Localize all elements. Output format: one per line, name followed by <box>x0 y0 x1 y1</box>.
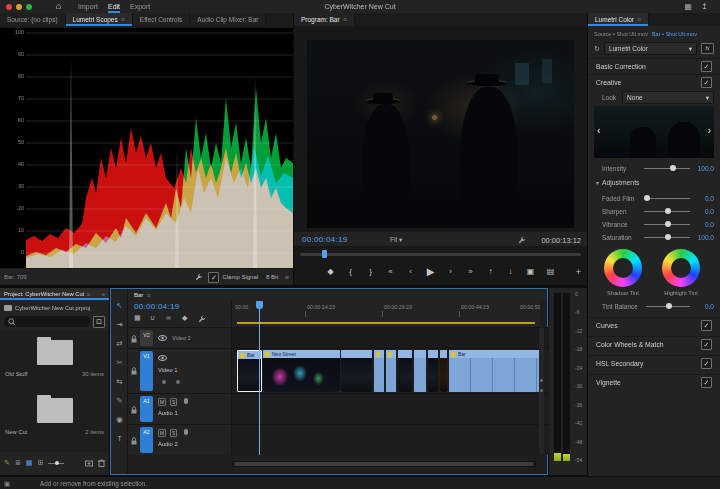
previous-look-arrow-icon[interactable]: ‹ <box>597 125 600 136</box>
timeline-vertical-scrollbar[interactable] <box>539 327 544 455</box>
button-editor-icon[interactable]: + <box>576 267 581 277</box>
sharpen-slider[interactable] <box>644 211 690 212</box>
add-marker-icon[interactable]: ◆ <box>323 268 339 276</box>
effect-selector-dropdown[interactable]: Lumetri Color▾ <box>604 42 697 55</box>
mark-in-icon[interactable]: { <box>343 268 359 276</box>
export-frame-icon[interactable]: ▣ <box>523 268 539 276</box>
audio-meters-panel[interactable]: 0 -6 -12 -18 -24 -30 -36 -42 -48 -54 <box>549 288 587 475</box>
voiceover-record-mic-icon[interactable] <box>184 398 188 404</box>
lock-icon[interactable] <box>131 335 137 343</box>
highlight-tint-wheel[interactable] <box>662 249 700 287</box>
solo-button[interactable]: S <box>170 398 177 406</box>
list-view-icon[interactable]: ≣ <box>15 459 21 467</box>
section-curves[interactable]: Curves✓ <box>588 317 720 332</box>
section-hsl-secondary[interactable]: HSL Secondary✓ <box>588 355 720 370</box>
program-video-frame[interactable] <box>307 40 574 228</box>
creative-checkbox[interactable]: ✓ <box>701 77 712 88</box>
tab-effect-controls[interactable]: Effect Controls <box>133 13 191 26</box>
track-lane-v1[interactable]: Bar Neo Street <box>232 349 549 393</box>
scope-settings-wrench-icon[interactable] <box>195 273 203 281</box>
tab-source[interactable]: Source: (no clips) <box>0 13 66 26</box>
basic-correction-checkbox[interactable]: ✓ <box>701 61 712 72</box>
keyframe-toggle-icon[interactable] <box>162 380 166 384</box>
workspaces-icon[interactable]: ▦ <box>684 2 692 11</box>
track-target-a2[interactable]: A2 <box>140 427 153 453</box>
comparison-view-icon[interactable]: ▤ <box>543 268 559 276</box>
color-wheels-checkbox[interactable]: ✓ <box>701 339 712 350</box>
bit-depth-label[interactable]: 8 Bit <box>266 274 278 280</box>
timeline-settings-wrench-icon[interactable] <box>198 315 206 323</box>
clamp-signal-checkbox[interactable]: ✓ <box>208 272 219 283</box>
panel-menu-icon[interactable]: ≡ <box>637 16 641 23</box>
lock-icon[interactable] <box>131 406 137 414</box>
bin-name[interactable]: New Cut <box>5 429 27 435</box>
look-dropdown[interactable]: None▾ <box>622 91 714 104</box>
curves-checkbox[interactable]: ✓ <box>701 320 712 331</box>
keyframe-nav-icon[interactable] <box>176 380 180 384</box>
overflow-panels-icon[interactable]: » <box>102 291 105 297</box>
track-target-v2[interactable]: V2 <box>140 330 153 346</box>
section-basic-correction[interactable]: Basic Correction✓ <box>588 58 720 73</box>
track-target-v1[interactable]: V1 <box>140 351 153 391</box>
panel-menu-icon[interactable]: ≡ <box>86 291 90 298</box>
new-bin-icon[interactable] <box>85 459 93 468</box>
zoom-level-dropdown[interactable]: Fit ▾ <box>390 236 402 244</box>
tab-project[interactable]: Project: CyberWitcher New Cut <box>4 291 84 297</box>
next-look-arrow-icon[interactable]: › <box>708 125 711 136</box>
saturation-value[interactable]: 100.0 <box>698 234 714 241</box>
intensity-value[interactable]: 100.0 <box>698 165 714 172</box>
timeline-tabbar[interactable]: Bar ≡ <box>128 289 547 301</box>
tab-lumetri-color[interactable]: Lumetri Color ≡ <box>588 13 649 26</box>
lock-icon[interactable] <box>131 367 137 375</box>
reset-effect-icon[interactable]: ↻ <box>594 45 600 53</box>
fx-bypass-button[interactable]: fx <box>701 43 714 54</box>
tab-audio-clip-mixer[interactable]: Audio Clip Mixer: Bar <box>190 13 266 26</box>
writable-pencil-icon[interactable]: ✎ <box>4 459 10 467</box>
project-tabbar[interactable]: Project: CyberWitcher New Cut ≡ » <box>0 288 109 300</box>
razor-tool[interactable]: ✂ <box>111 358 128 367</box>
add-marker-icon[interactable]: ◆ <box>182 314 187 322</box>
timeline-clip[interactable] <box>428 350 438 392</box>
selection-tool[interactable]: ↖ <box>111 301 128 310</box>
saturation-slider[interactable] <box>644 237 690 238</box>
solo-button[interactable]: S <box>170 429 177 437</box>
timeline-clip[interactable] <box>414 350 426 392</box>
section-color-wheels-match[interactable]: Color Wheels & Match✓ <box>588 336 720 351</box>
look-preview-thumbnail[interactable]: ‹ › <box>594 106 714 158</box>
timeline-current-timecode[interactable]: 00:00:04:19 <box>134 302 180 311</box>
extract-icon[interactable]: ↓ <box>503 268 519 276</box>
bin-item-new-cut[interactable]: New Cut 2 items <box>0 392 109 448</box>
track-select-tool[interactable]: ⇥ <box>111 320 128 329</box>
track-target-a1[interactable]: A1 <box>140 396 153 422</box>
program-playhead[interactable] <box>322 250 327 258</box>
play-icon[interactable]: ▶ <box>423 267 439 277</box>
lock-icon[interactable] <box>131 437 137 445</box>
pen-tool[interactable]: ✎ <box>111 396 128 405</box>
tab-sequence-bar[interactable]: Bar <box>134 292 143 298</box>
slip-tool[interactable]: ⇆ <box>111 377 128 386</box>
tab-lumetri-scopes[interactable]: Lumetri Scopes≡ <box>66 13 133 26</box>
track-visibility-eye-icon[interactable] <box>158 355 167 361</box>
timeline-clip[interactable] <box>440 350 447 392</box>
timeline-clip[interactable] <box>341 350 372 392</box>
ripple-edit-tool[interactable]: ⇄ <box>111 339 128 348</box>
snap-icon[interactable]: ∪ <box>150 314 155 322</box>
timeline-clip[interactable] <box>398 350 412 392</box>
tint-balance-slider[interactable] <box>646 306 690 307</box>
vibrance-slider[interactable] <box>644 224 690 225</box>
linked-selection-icon[interactable]: ∞ <box>166 314 171 321</box>
quick-export-icon[interactable]: ↥ <box>701 2 708 11</box>
panel-menu-icon[interactable]: ≡ <box>121 16 125 23</box>
adjustments-header[interactable]: ▾ Adjustments <box>596 179 639 186</box>
timeline-clip[interactable]: Neo Street <box>263 350 340 392</box>
step-back-icon[interactable]: ‹ <box>403 268 419 276</box>
faded-film-slider[interactable] <box>644 198 690 199</box>
project-breadcrumb[interactable]: CyberWitcher New Cut.prproj <box>4 303 105 313</box>
lumetri-source-label[interactable]: Source • Shot Ult.mov <box>594 31 648 37</box>
timeline-playhead-marker[interactable] <box>256 301 263 309</box>
program-current-timecode[interactable]: 00:00:04:19 <box>302 235 348 244</box>
shadow-tint-wheel[interactable] <box>604 249 642 287</box>
type-tool[interactable]: T <box>111 434 128 443</box>
track-visibility-eye-icon[interactable] <box>158 335 167 341</box>
trash-icon[interactable] <box>98 459 105 468</box>
